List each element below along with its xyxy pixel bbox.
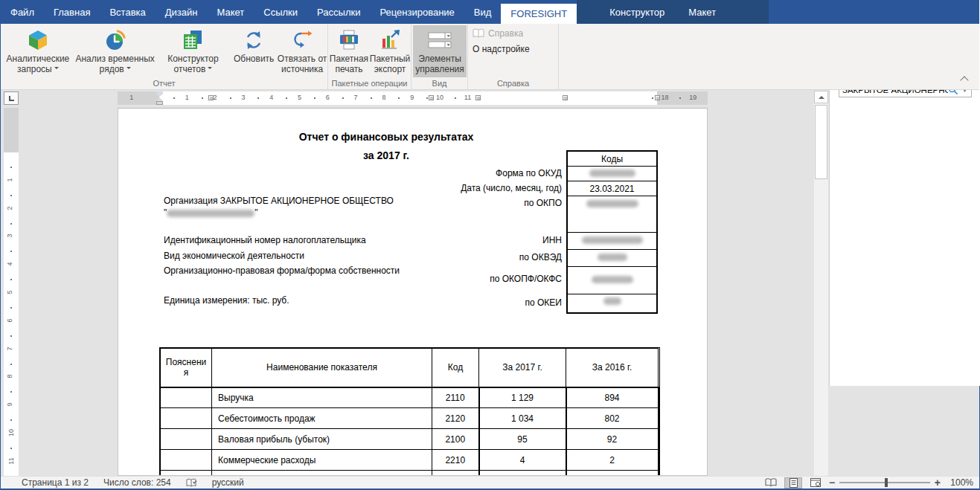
zoom-in-button[interactable]: +: [935, 477, 941, 489]
tab-insert[interactable]: Вставка: [100, 0, 155, 24]
web-layout-button[interactable]: [807, 477, 824, 489]
ruler-mark: [429, 95, 434, 100]
scrollbar-thumb[interactable]: [815, 105, 827, 179]
tab-review[interactable]: Рецензирование: [370, 0, 464, 24]
tab-references[interactable]: Ссылки: [254, 0, 307, 24]
tab-design[interactable]: Дизайн: [156, 0, 208, 24]
form-controls-icon: [427, 27, 452, 54]
printer-icon: [338, 27, 360, 54]
scroll-up-arrow-icon: [819, 93, 824, 99]
v-scrollbar[interactable]: [814, 91, 828, 476]
button-label: управления: [415, 64, 464, 74]
analytic-queries-button[interactable]: Аналитические запросы: [1, 25, 75, 77]
word-count[interactable]: Число слов: 254: [96, 477, 179, 488]
ruler-mark: [10, 391, 12, 393]
page-indicator[interactable]: Страница 1 из 2: [1, 477, 96, 488]
doc-title-line2: за 2017 г.: [163, 149, 609, 161]
chart-export-icon: [379, 27, 401, 54]
control-elements-button[interactable]: Элементы управления: [413, 25, 467, 77]
dropdown-caret-icon: [126, 67, 131, 71]
about-addin-button[interactable]: О надстройке: [468, 41, 534, 57]
tab-foresight-active[interactable]: FORESIGHT: [501, 4, 577, 24]
button-label: Справка: [488, 28, 523, 39]
redacted-value: [592, 276, 633, 283]
zoom-level[interactable]: 100%: [945, 477, 973, 488]
collapse-ribbon-icon[interactable]: [960, 76, 968, 84]
language-indicator[interactable]: русский: [205, 477, 252, 488]
redacted-value: [589, 170, 635, 177]
codes-value-date: 23.03.2021: [568, 181, 657, 196]
batch-export-button[interactable]: Пакетный экспорт: [370, 25, 410, 77]
redacted-value: [167, 210, 254, 217]
zoom-slider: − +: [829, 477, 941, 489]
tab-home[interactable]: Главная: [44, 0, 100, 24]
ruler-mark: [314, 97, 316, 99]
label-date: Дата (число, месяц, год): [461, 183, 562, 193]
tab-file[interactable]: Файл: [1, 0, 44, 24]
print-layout-button[interactable]: [784, 477, 802, 489]
ruler-mark: 8: [6, 375, 13, 378]
codes-value-okopf: [568, 267, 657, 294]
dropdown-caret-icon: [208, 67, 212, 71]
doc-title-line1: Отчет о финансовых результатах: [163, 131, 609, 143]
time-series-button[interactable]: Анализ временных рядов: [75, 25, 156, 77]
tab-table-design[interactable]: Конструктор: [598, 0, 676, 24]
scroll-up-button[interactable]: [814, 91, 828, 103]
zoom-out-button[interactable]: −: [829, 477, 835, 489]
ruler-mark: 7: [354, 94, 358, 101]
table-row-partial: [161, 471, 659, 477]
batch-print-button[interactable]: Пакетная печать: [328, 25, 370, 77]
tab-stop-selector[interactable]: [4, 91, 19, 105]
unit-line: Единица измерения: тыс. руб.: [164, 295, 289, 306]
tab-view[interactable]: Вид: [464, 0, 502, 24]
ruler-mark: 18: [661, 94, 668, 101]
ruler-mark: [257, 97, 259, 99]
table-row: Выручка 2110 1 129 894: [161, 387, 659, 408]
ruler-top-margin: [4, 108, 19, 152]
redacted-value: [582, 236, 643, 244]
tab-table-layout[interactable]: Макет: [676, 0, 728, 24]
left-indent-marker[interactable]: [156, 101, 163, 105]
tab-layout[interactable]: Макет: [207, 0, 254, 24]
h-ruler: 112345678910111819: [118, 91, 708, 105]
codes-value-okpo: [568, 196, 657, 233]
unbind-source-button[interactable]: Отвязать от источника: [277, 25, 327, 77]
button-label: Отвязать от: [278, 54, 327, 64]
ruler-mark: [230, 97, 231, 99]
zoom-thumb[interactable]: [885, 478, 888, 487]
ribbon-group-help: Справка О надстройке Справка: [468, 24, 559, 89]
codes-value-okved: [568, 250, 657, 267]
refresh-button[interactable]: Обновить: [231, 25, 277, 77]
button-label: источника: [281, 64, 323, 74]
ruler-mark: [10, 279, 12, 280]
button-label: рядов: [100, 64, 131, 74]
redacted-value: [598, 254, 627, 261]
ribbon-group-batch: Пакетная печать Пакетный экспорт Пакетны: [328, 24, 411, 89]
button-label: Обновить: [234, 54, 274, 64]
proofing-icon[interactable]: [179, 478, 205, 488]
label-okud: Форма по ОКУД: [496, 168, 562, 178]
ruler-mark: 11: [7, 457, 15, 464]
ruler-mark: 6: [326, 94, 330, 101]
refresh-icon: [243, 27, 265, 54]
read-mode-button[interactable]: [762, 477, 780, 489]
zoom-track[interactable]: [839, 482, 930, 483]
table-header-row: Пояснения Наименование показателя Код За…: [161, 349, 659, 387]
document-page[interactable]: Отчет о финансовых результатах за 2017 г…: [118, 108, 708, 476]
ruler-mark: 8: [382, 94, 385, 101]
codes-value-okei: [568, 294, 657, 313]
tab-mailings[interactable]: Рассылки: [307, 0, 370, 24]
activity-line: Вид экономической деятельности: [164, 251, 304, 261]
label-okei: по ОКЕИ: [525, 297, 562, 308]
ruler-mark: [202, 97, 203, 99]
ruler-mark: [371, 97, 372, 99]
help-button[interactable]: Справка: [468, 25, 528, 41]
ruler-mark: [655, 95, 660, 100]
ruler-mark: 1: [129, 94, 133, 101]
report-designer-button[interactable]: Конструктор отчетов: [156, 25, 231, 77]
header-2016: За 2016 г.: [566, 349, 659, 387]
ruler-mark: [563, 95, 568, 100]
ruler-mark: [10, 223, 12, 225]
ruler-mark: 4: [269, 94, 273, 101]
ruler-mark: [173, 97, 175, 99]
